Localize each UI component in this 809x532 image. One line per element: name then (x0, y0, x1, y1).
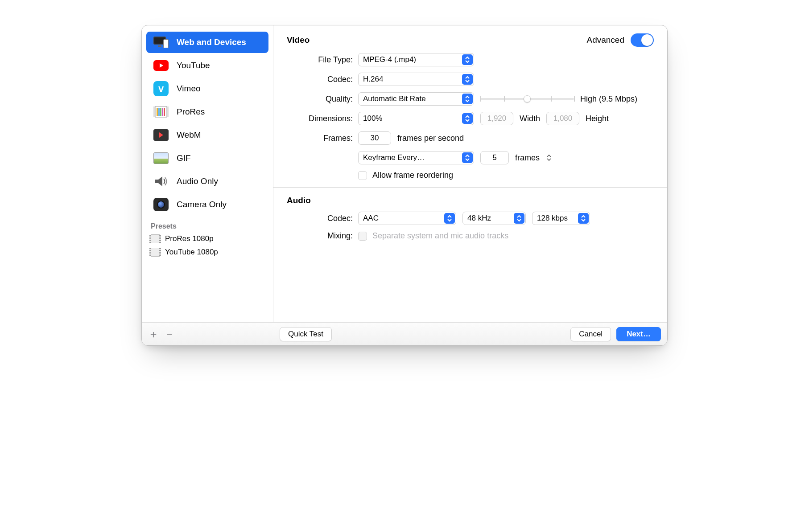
audio-bitrate-select[interactable]: 128 kbps (532, 212, 590, 225)
mixing-label: Mixing: (287, 231, 358, 241)
keyframe-stepper[interactable] (546, 153, 552, 163)
file-type-label: File Type: (287, 55, 358, 65)
file-type-select[interactable]: MPEG-4 (.mp4) (358, 53, 474, 66)
quick-test-button[interactable]: Quick Test (280, 327, 332, 341)
width-input[interactable] (480, 112, 513, 125)
width-label: Width (520, 114, 540, 123)
advanced-label: Advanced (586, 35, 624, 45)
sidebar-item-label: GIF (177, 153, 191, 163)
keyframe-unit: frames (515, 153, 540, 163)
updown-icon (462, 54, 473, 65)
sidebar-item-vimeo[interactable]: v Vimeo (146, 78, 268, 99)
youtube-icon (153, 58, 169, 73)
advanced-toggle[interactable] (631, 33, 654, 47)
add-preset-button[interactable]: ＋ (148, 329, 158, 340)
next-button[interactable]: Next… (616, 327, 661, 341)
audio-codec-select[interactable]: AAC (358, 212, 456, 225)
fps-unit: frames per second (397, 134, 464, 143)
sidebar-item-prores[interactable]: ProRes (146, 101, 268, 123)
speaker-icon (153, 174, 169, 189)
video-section-title: Video (287, 35, 310, 45)
sidebar-item-web-and-devices[interactable]: Web and Devices (146, 32, 268, 53)
svg-rect-3 (157, 108, 158, 116)
export-settings-window: Web and Devices YouTube v Vimeo (141, 25, 668, 346)
window-body: Web and Devices YouTube v Vimeo (142, 25, 667, 322)
webm-icon (153, 127, 169, 143)
dimensions-label: Dimensions: (287, 114, 358, 123)
keyframe-mode-value: Keyframe Every… (363, 153, 425, 162)
preset-item-label: ProRes 1080p (165, 234, 214, 243)
svg-rect-2 (167, 106, 169, 117)
video-section: Video Advanced File Type: MPEG-4 (.mp4) (273, 25, 667, 187)
filmstrip-icon (151, 248, 160, 257)
sidebar: Web and Devices YouTube v Vimeo (142, 25, 273, 322)
updown-icon (462, 113, 473, 124)
sidebar-item-camera-only[interactable]: Camera Only (146, 194, 268, 215)
file-type-value: MPEG-4 (.mp4) (363, 55, 416, 64)
quality-value: Automatic Bit Rate (363, 94, 426, 103)
svg-rect-6 (162, 108, 163, 116)
sidebar-item-label: YouTube (177, 61, 210, 70)
fps-input[interactable] (358, 131, 391, 145)
audio-section: Audio Codec: AAC 48 kHz (273, 187, 667, 248)
audio-codec-label: Codec: (287, 214, 358, 223)
preset-item-youtube-1080p[interactable]: YouTube 1080p (142, 246, 273, 259)
updown-icon (444, 213, 455, 224)
allow-frame-reordering-checkbox[interactable] (358, 171, 367, 180)
audio-sample-rate-value: 48 kHz (467, 214, 491, 223)
sidebar-item-webm[interactable]: WebM (146, 124, 268, 146)
sidebar-item-youtube[interactable]: YouTube (146, 55, 268, 76)
audio-bitrate-value: 128 kbps (537, 214, 568, 223)
settings-pane: Video Advanced File Type: MPEG-4 (.mp4) (273, 25, 667, 322)
svg-rect-4 (158, 108, 160, 116)
bottom-toolbar: ＋ － Quick Test Cancel Next… (142, 322, 667, 345)
separate-tracks-label: Separate system and mic audio tracks (372, 231, 508, 241)
quality-select[interactable]: Automatic Bit Rate (358, 92, 474, 106)
quality-readout: High (9.5 Mbps) (580, 94, 637, 104)
svg-rect-7 (164, 108, 165, 116)
video-codec-label: Codec: (287, 75, 358, 84)
sidebar-item-label: WebM (177, 130, 201, 140)
audio-codec-value: AAC (363, 214, 379, 223)
height-label: Height (586, 114, 609, 123)
updown-icon (462, 74, 473, 85)
filmstrip-icon (151, 234, 160, 243)
keyframe-mode-select[interactable]: Keyframe Every… (358, 151, 474, 164)
sidebar-item-label: Vimeo (177, 84, 201, 94)
quality-label: Quality: (287, 94, 358, 104)
audio-sample-rate-select[interactable]: 48 kHz (462, 212, 526, 225)
keyframe-value-input[interactable] (480, 151, 509, 164)
svg-rect-5 (160, 108, 161, 116)
dimensions-value: 100% (363, 114, 382, 123)
updown-icon (578, 213, 589, 224)
svg-rect-1 (153, 106, 155, 117)
web-and-devices-icon (153, 35, 169, 50)
video-codec-value: H.264 (363, 75, 383, 84)
gif-icon (153, 151, 169, 166)
presets-header: Presets (142, 216, 273, 232)
video-codec-select[interactable]: H.264 (358, 73, 474, 86)
height-input[interactable] (546, 112, 579, 125)
dimensions-select[interactable]: 100% (358, 112, 474, 125)
sidebar-item-audio-only[interactable]: Audio Only (146, 171, 268, 192)
sidebar-item-label: Camera Only (177, 200, 227, 209)
sidebar-item-label: Web and Devices (177, 37, 246, 47)
vimeo-icon: v (153, 81, 169, 96)
allow-frame-reordering-label: Allow frame reordering (372, 171, 453, 180)
sidebar-item-label: ProRes (177, 107, 205, 117)
separate-tracks-checkbox[interactable] (358, 232, 367, 241)
updown-icon (462, 94, 473, 104)
sidebar-item-gif[interactable]: GIF (146, 147, 268, 169)
advanced-toggle-group: Advanced (586, 33, 654, 47)
camera-icon (153, 197, 169, 212)
remove-preset-button[interactable]: － (164, 329, 174, 340)
cancel-button[interactable]: Cancel (570, 327, 611, 341)
quality-slider[interactable] (480, 92, 574, 106)
frames-label: Frames: (287, 134, 358, 143)
prores-icon (153, 104, 169, 119)
preset-item-label: YouTube 1080p (165, 248, 218, 257)
updown-icon (514, 213, 524, 224)
preset-item-prores-1080p[interactable]: ProRes 1080p (142, 232, 273, 246)
updown-icon (462, 152, 473, 163)
sidebar-item-label: Audio Only (177, 176, 218, 186)
